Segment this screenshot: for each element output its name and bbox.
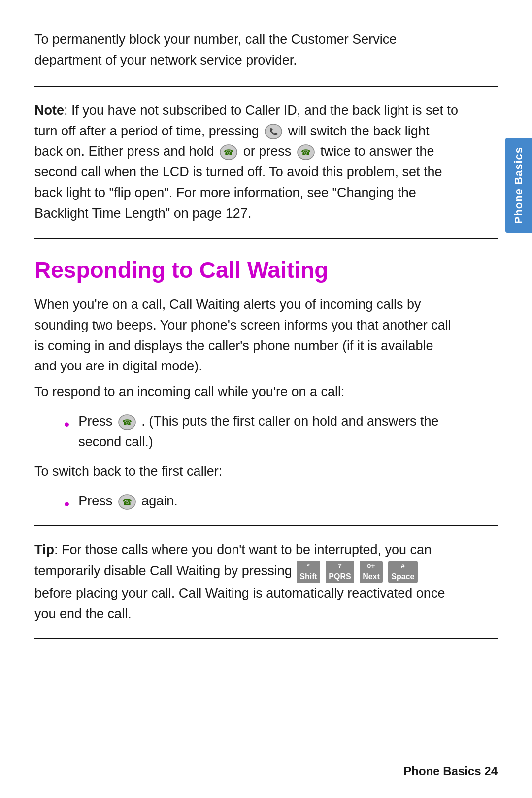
phone-key-icon-4: ☎ [118,414,136,431]
svg-text:☎: ☎ [122,498,132,506]
section-title: Responding to Call Waiting [34,257,498,284]
bullet-text-2: Press ☎ again. [78,491,458,512]
bullet-item-2: • Press ☎ again. [64,491,458,517]
svg-text:☎: ☎ [122,418,132,427]
bullet-text-1: Press ☎ . (This puts the first caller on… [78,411,458,453]
phone-key-icon-2: ☎ [219,144,238,161]
note-text-3: or press [243,144,292,159]
side-tab: Phone Basics [505,138,532,233]
svg-text:☎: ☎ [301,148,311,157]
svg-text:☎: ☎ [224,148,233,157]
bullet-dot-1: • [64,412,69,437]
kbd-key-shift: *Shift [297,561,320,583]
bullet-list-2: • Press ☎ again. [64,491,498,517]
note-block: Note: If you have not subscribed to Call… [34,87,498,239]
bullet2-prefix: Press [78,494,112,508]
kbd-key-7pqrs: 7PQRS [326,561,354,583]
phone-key-icon-1: 📞 [264,123,283,140]
bullet-list-1: • Press ☎ . (This puts the first caller … [64,411,498,453]
side-tab-label: Phone Basics [512,147,525,224]
svg-text:📞: 📞 [269,128,278,136]
section-body-1: When you're on a call, Call Waiting aler… [34,295,498,377]
bullet1-prefix: Press [78,414,112,429]
section-body-2: To respond to an incoming call while you… [34,382,498,402]
phone-key-icon-5: ☎ [118,494,136,510]
tip-text-2: before placing your call. Call Waiting i… [34,586,445,621]
phone-key-icon-3: ☎ [297,144,315,161]
bullet-dot-2: • [64,492,69,517]
bullet-item-1: • Press ☎ . (This puts the first caller … [64,411,458,453]
footer-text: Phone Basics 24 [403,765,498,778]
page-container: Phone Basics To permanently block your n… [0,0,532,798]
switch-back-text: To switch back to the first caller: [34,462,498,482]
page-footer: Phone Basics 24 [403,765,498,778]
bullet2-suffix: again. [141,494,178,508]
kbd-key-hash: #Space [388,561,417,583]
top-paragraph: To permanently block your number, call t… [34,30,498,71]
note-label: Note [34,103,64,118]
tip-block: Tip: For those calls where you don't wan… [34,525,498,639]
tip-label: Tip [34,542,54,557]
kbd-key-0next: 0+Next [360,561,383,583]
